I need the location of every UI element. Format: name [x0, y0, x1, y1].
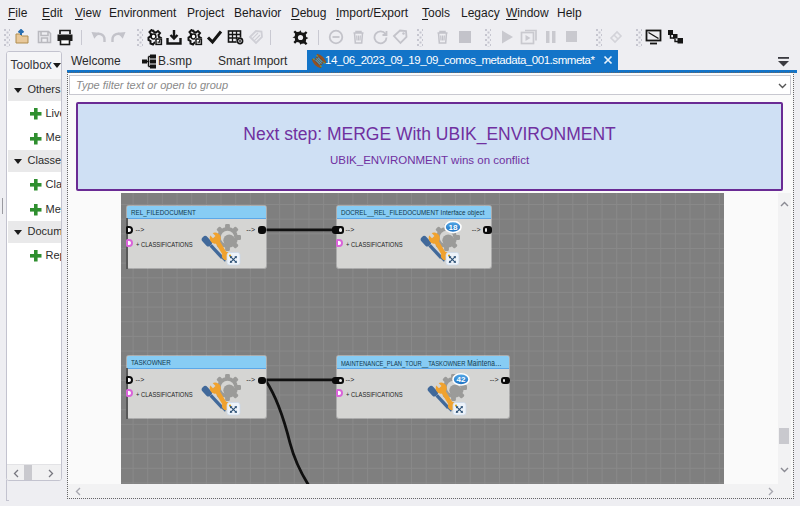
svg-text:18: 18 — [448, 223, 457, 232]
svg-text:42: 42 — [457, 375, 466, 384]
